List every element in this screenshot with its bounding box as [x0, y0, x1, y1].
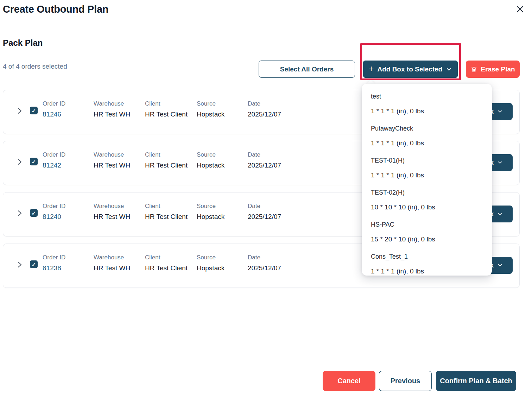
column-label: Order ID [43, 100, 65, 107]
date-value: 2025/12/07 [248, 162, 281, 169]
date-column: Date 2025/12/07 [248, 100, 281, 118]
order-id-link[interactable]: 81246 [43, 111, 65, 118]
client-value: HR Test Client [145, 111, 188, 118]
box-type-dropdown: test 1 * 1 * 1 (in), 0 lbs PutawayCheck … [362, 84, 492, 276]
chevron-right-icon [17, 107, 23, 114]
dropdown-item-test[interactable]: test 1 * 1 * 1 (in), 0 lbs [362, 88, 492, 120]
page-title: Create Outbound Plan [3, 4, 108, 15]
confirm-plan-batch-button[interactable]: Confirm Plan & Batch [436, 371, 516, 391]
order-id-link[interactable]: 81240 [43, 213, 65, 221]
chevron-down-icon [446, 66, 452, 72]
trash-icon [470, 66, 477, 73]
client-column: Client HR Test Client [145, 254, 188, 272]
order-checkbox[interactable]: ✓ [30, 260, 38, 268]
column-label: Order ID [43, 151, 65, 158]
dropdown-item-putawaycheck[interactable]: PutawayCheck 1 * 1 * 1 (in), 0 lbs [362, 120, 492, 152]
source-value: Hopstack [197, 111, 224, 118]
warehouse-value: HR Test WH [94, 264, 130, 272]
create-outbound-plan-modal: Create Outbound Plan Pack Plan 4 of 4 or… [0, 0, 532, 404]
date-column: Date 2025/12/07 [248, 203, 281, 221]
chevron-down-icon [497, 109, 503, 114]
box-name: Cons_Test_1 [371, 253, 483, 260]
section-title: Pack Plan [3, 38, 43, 48]
column-label: Date [248, 100, 281, 107]
warehouse-value: HR Test WH [94, 111, 130, 118]
chevron-right-icon [17, 261, 23, 268]
order-checkbox[interactable]: ✓ [30, 209, 38, 217]
box-name: TEST-02(H) [371, 189, 483, 196]
box-name: PutawayCheck [371, 125, 483, 132]
order-id-column: Order ID 81246 [43, 100, 65, 118]
order-id-column: Order ID 81240 [43, 203, 65, 221]
column-label: Order ID [43, 254, 65, 261]
date-value: 2025/12/07 [248, 264, 281, 272]
order-id-column: Order ID 81242 [43, 151, 65, 169]
check-icon: ✓ [32, 262, 36, 267]
column-label: Warehouse [94, 254, 130, 261]
chevron-down-icon [497, 211, 503, 217]
order-id-link[interactable]: 81238 [43, 264, 65, 272]
check-icon: ✓ [32, 210, 36, 216]
source-column: Source Hopstack [197, 254, 224, 272]
warehouse-column: Warehouse HR Test WH [94, 100, 130, 118]
column-label: Client [145, 254, 188, 261]
box-dimensions: 1 * 1 * 1 (in), 0 lbs [371, 107, 483, 115]
expand-row-button[interactable] [14, 259, 25, 270]
date-value: 2025/12/07 [248, 213, 281, 221]
client-value: HR Test Client [145, 213, 188, 221]
source-column: Source Hopstack [197, 100, 224, 118]
erase-plan-button[interactable]: Erase Plan [466, 61, 520, 78]
box-dimensions: 15 * 20 * 10 (in), 0 lbs [371, 235, 483, 243]
add-box-to-selected-button[interactable]: + Add Box to Selected [363, 61, 458, 78]
warehouse-column: Warehouse HR Test WH [94, 151, 130, 169]
dropdown-item-test-01h[interactable]: TEST-01(H) 1 * 1 * 1 (in), 0 lbs [362, 152, 492, 184]
expand-row-button[interactable] [14, 208, 25, 219]
order-checkbox[interactable]: ✓ [30, 158, 38, 165]
order-id-link[interactable]: 81242 [43, 162, 65, 169]
column-label: Date [248, 151, 281, 158]
date-column: Date 2025/12/07 [248, 151, 281, 169]
column-label: Warehouse [94, 151, 130, 158]
add-box-to-selected-label: Add Box to Selected [377, 65, 442, 73]
column-label: Source [197, 254, 224, 261]
order-checkbox[interactable]: ✓ [30, 107, 38, 114]
close-button[interactable] [514, 3, 526, 15]
order-id-column: Order ID 81238 [43, 254, 65, 272]
column-label: Date [248, 254, 281, 261]
chevron-down-icon [497, 263, 503, 268]
box-name: HS-PAC [371, 221, 483, 228]
check-icon: ✓ [32, 159, 36, 164]
column-label: Warehouse [94, 203, 130, 210]
dropdown-item-hs-pac[interactable]: HS-PAC 15 * 20 * 10 (in), 0 lbs [362, 216, 492, 248]
column-label: Order ID [43, 203, 65, 210]
plus-icon: + [369, 64, 374, 73]
box-name: test [371, 93, 483, 100]
box-dimensions: 1 * 1 * 1 (in), 0 lbs [371, 267, 483, 275]
chevron-right-icon [17, 210, 23, 217]
column-label: Date [248, 203, 281, 210]
expand-row-button[interactable] [14, 157, 25, 167]
select-all-orders-button[interactable]: Select All Orders [259, 61, 355, 78]
column-label: Source [197, 100, 224, 107]
column-label: Source [197, 203, 224, 210]
warehouse-value: HR Test WH [94, 213, 130, 221]
source-value: Hopstack [197, 213, 224, 221]
expand-row-button[interactable] [14, 106, 25, 116]
check-icon: ✓ [32, 108, 36, 113]
warehouse-column: Warehouse HR Test WH [94, 254, 130, 272]
cancel-button[interactable]: Cancel [323, 371, 375, 391]
source-value: Hopstack [197, 264, 224, 272]
column-label: Client [145, 100, 188, 107]
date-column: Date 2025/12/07 [248, 254, 281, 272]
previous-button[interactable]: Previous [379, 371, 432, 391]
client-value: HR Test Client [145, 264, 188, 272]
client-value: HR Test Client [145, 162, 188, 169]
source-column: Source Hopstack [197, 203, 224, 221]
selected-summary: 4 of 4 orders selected [3, 63, 67, 70]
dropdown-item-test-02h[interactable]: TEST-02(H) 10 * 10 * 10 (in), 0 lbs [362, 184, 492, 216]
warehouse-column: Warehouse HR Test WH [94, 203, 130, 221]
column-label: Source [197, 151, 224, 158]
date-value: 2025/12/07 [248, 111, 281, 118]
dropdown-item-cons-test-1[interactable]: Cons_Test_1 1 * 1 * 1 (in), 0 lbs [362, 248, 492, 276]
column-label: Client [145, 151, 188, 158]
